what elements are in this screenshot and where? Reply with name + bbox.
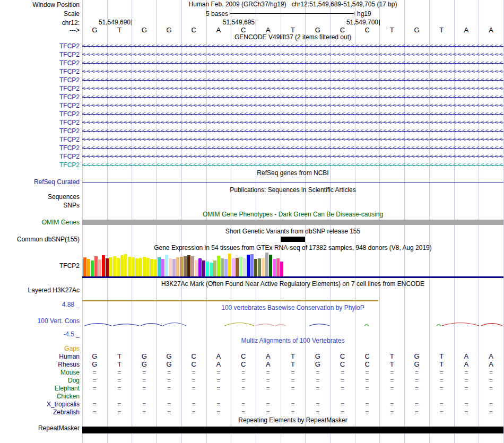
gtex-bar[interactable] bbox=[120, 255, 124, 276]
transcript-label[interactable]: TFCP2 bbox=[0, 110, 80, 118]
gtex-bar[interactable] bbox=[247, 255, 250, 276]
phylop-wiggle[interactable] bbox=[82, 316, 503, 335]
gtex-bar[interactable] bbox=[132, 257, 135, 276]
omim-gene-bar[interactable] bbox=[82, 220, 503, 225]
transcript-label[interactable]: TFCP2 bbox=[0, 144, 80, 152]
transcript-label[interactable]: TFCP2 bbox=[0, 136, 80, 143]
gtex-bar[interactable] bbox=[135, 258, 138, 276]
gtex-bar[interactable] bbox=[83, 257, 86, 276]
transcript-label[interactable]: TFCP2 bbox=[0, 59, 80, 67]
gtex-bar[interactable] bbox=[143, 257, 146, 276]
gtex-bar[interactable] bbox=[187, 255, 190, 276]
gtex-bar[interactable] bbox=[239, 257, 242, 276]
gtex-bar[interactable] bbox=[273, 259, 276, 276]
repeatmasker-element-bar[interactable] bbox=[82, 427, 503, 433]
gtex-bar[interactable] bbox=[236, 258, 239, 276]
transcript-row[interactable]: TFCP2<<<<<<<<<<<<<<<<<<<<<<<<<<<<<<<<<<<… bbox=[0, 59, 504, 67]
gtex-bar[interactable] bbox=[224, 259, 228, 276]
transcript-row[interactable]: TFCP2<<<<<<<<<<<<<<<<<<<<<<<<<<<<<<<<<<<… bbox=[0, 136, 504, 143]
species-label[interactable]: Zebrafish bbox=[0, 409, 80, 416]
gtex-bar[interactable] bbox=[232, 258, 235, 276]
transcript-label[interactable]: TFCP2 bbox=[0, 102, 80, 109]
gtex-bar[interactable] bbox=[191, 256, 194, 276]
species-label[interactable]: Chicken bbox=[0, 393, 80, 400]
gtex-bar[interactable] bbox=[221, 258, 224, 276]
refseq-gene-line[interactable] bbox=[82, 182, 503, 183]
transcript-row[interactable]: TFCP2<<<<<<<<<<<<<<<<<<<<<<<<<<<<<<<<<<<… bbox=[0, 127, 504, 135]
transcript-label[interactable]: TFCP2 bbox=[0, 119, 80, 126]
gtex-bar[interactable] bbox=[206, 262, 209, 276]
gtex-bar[interactable] bbox=[269, 255, 272, 276]
transcript-label[interactable]: TFCP2 bbox=[0, 51, 80, 58]
gtex-bar[interactable] bbox=[169, 258, 172, 276]
transcript-label[interactable]: TFCP2 bbox=[0, 76, 80, 84]
gtex-bar[interactable] bbox=[228, 254, 231, 276]
transcript-label[interactable]: TFCP2 bbox=[0, 85, 80, 92]
species-label[interactable]: Gaps bbox=[0, 345, 80, 352]
gtex-bar[interactable] bbox=[139, 258, 142, 276]
transcript-row[interactable]: TFCP2<<<<<<<<<<<<<<<<<<<<<<<<<<<<<<<<<<<… bbox=[0, 68, 504, 75]
gtex-bar[interactable] bbox=[165, 255, 168, 276]
gtex-bar[interactable] bbox=[180, 257, 183, 276]
gtex-bar[interactable] bbox=[254, 259, 257, 276]
gtex-bar[interactable] bbox=[146, 258, 150, 276]
gtex-bar[interactable] bbox=[210, 263, 213, 276]
gtex-bar[interactable] bbox=[117, 258, 120, 276]
gtex-bar[interactable] bbox=[195, 260, 198, 276]
gtex-bar[interactable] bbox=[91, 260, 94, 276]
gtex-bar[interactable] bbox=[87, 259, 90, 276]
transcript-label[interactable]: TFCP2 bbox=[0, 42, 80, 50]
gtex-bar[interactable] bbox=[243, 258, 246, 276]
gtex-bar[interactable] bbox=[106, 258, 109, 276]
transcript-label[interactable]: TFCP2 bbox=[0, 153, 80, 160]
gtex-bar[interactable] bbox=[276, 258, 280, 276]
transcript-row[interactable]: TFCP2<<<<<<<<<<<<<<<<<<<<<<<<<<<<<<<<<<<… bbox=[0, 153, 504, 160]
transcript-row[interactable]: TFCP2<<<<<<<<<<<<<<<<<<<<<<<<<<<<<<<<<<<… bbox=[0, 51, 504, 58]
transcript-row[interactable]: TFCP2<<<<<<<<<<<<<<<<<<<<<<<<<<<<<<<<<<<… bbox=[0, 110, 504, 118]
species-label[interactable]: Elephant bbox=[0, 385, 80, 392]
gtex-bar[interactable] bbox=[262, 258, 265, 276]
omim-track-label[interactable]: OMIM Genes bbox=[0, 219, 80, 226]
h3k27ac-track-label[interactable]: Layered H3K27Ac bbox=[0, 286, 80, 294]
transcript-label[interactable]: TFCP2 bbox=[0, 161, 80, 169]
transcript-row[interactable]: TFCP2<<<<<<<<<<<<<<<<<<<<<<<<<<<<<<<<<<<… bbox=[0, 161, 504, 169]
species-label[interactable]: Rhesus bbox=[0, 361, 80, 368]
transcript-row[interactable]: TFCP2<<<<<<<<<<<<<<<<<<<<<<<<<<<<<<<<<<<… bbox=[0, 76, 504, 84]
dbsnp-track-label[interactable]: Common dbSNP(155) bbox=[0, 236, 80, 243]
species-label[interactable]: X_tropicalis bbox=[0, 401, 80, 408]
species-label[interactable]: Mouse bbox=[0, 369, 80, 376]
gtex-bar[interactable] bbox=[202, 260, 205, 276]
gtex-bar[interactable] bbox=[176, 257, 179, 276]
gtex-bar[interactable] bbox=[158, 257, 161, 276]
transcript-row[interactable]: TFCP2<<<<<<<<<<<<<<<<<<<<<<<<<<<<<<<<<<<… bbox=[0, 85, 504, 92]
transcript-label[interactable]: TFCP2 bbox=[0, 68, 80, 75]
transcript-row[interactable]: TFCP2<<<<<<<<<<<<<<<<<<<<<<<<<<<<<<<<<<<… bbox=[0, 42, 504, 50]
sequences-track-label[interactable]: Sequences bbox=[0, 193, 80, 201]
transcript-row[interactable]: TFCP2<<<<<<<<<<<<<<<<<<<<<<<<<<<<<<<<<<<… bbox=[0, 102, 504, 109]
gtex-bar[interactable] bbox=[213, 260, 216, 276]
gtex-bar[interactable] bbox=[250, 254, 254, 276]
gtex-bar[interactable] bbox=[154, 259, 157, 276]
snps-track-label[interactable]: SNPs bbox=[0, 202, 80, 209]
gtex-bar[interactable] bbox=[124, 254, 127, 276]
gtex-bar[interactable] bbox=[161, 259, 164, 276]
gtex-bar[interactable] bbox=[109, 257, 112, 276]
transcript-label[interactable]: TFCP2 bbox=[0, 127, 80, 135]
gtex-bar[interactable] bbox=[280, 262, 283, 276]
gtex-bar[interactable] bbox=[128, 257, 131, 276]
transcript-row[interactable]: TFCP2<<<<<<<<<<<<<<<<<<<<<<<<<<<<<<<<<<<… bbox=[0, 119, 504, 126]
gtex-bar[interactable] bbox=[198, 258, 202, 276]
species-label[interactable]: Dog bbox=[0, 377, 80, 384]
gtex-bar[interactable] bbox=[150, 259, 153, 276]
gtex-bar[interactable] bbox=[94, 256, 98, 276]
phylop-track-label[interactable]: 100 Vert. Cons bbox=[0, 317, 80, 325]
gtex-bar[interactable] bbox=[113, 256, 116, 276]
transcript-label[interactable]: TFCP2 bbox=[0, 93, 80, 101]
gtex-track-label[interactable]: TFCP2 bbox=[0, 262, 80, 270]
gtex-bar[interactable] bbox=[265, 253, 268, 276]
gtex-bar[interactable] bbox=[98, 259, 101, 276]
h3k27ac-signal-line[interactable] bbox=[82, 300, 378, 301]
transcript-row[interactable]: TFCP2<<<<<<<<<<<<<<<<<<<<<<<<<<<<<<<<<<<… bbox=[0, 93, 504, 101]
refseq-track-label[interactable]: RefSeq Curated bbox=[0, 178, 80, 186]
dbsnp-variant[interactable] bbox=[281, 237, 306, 242]
